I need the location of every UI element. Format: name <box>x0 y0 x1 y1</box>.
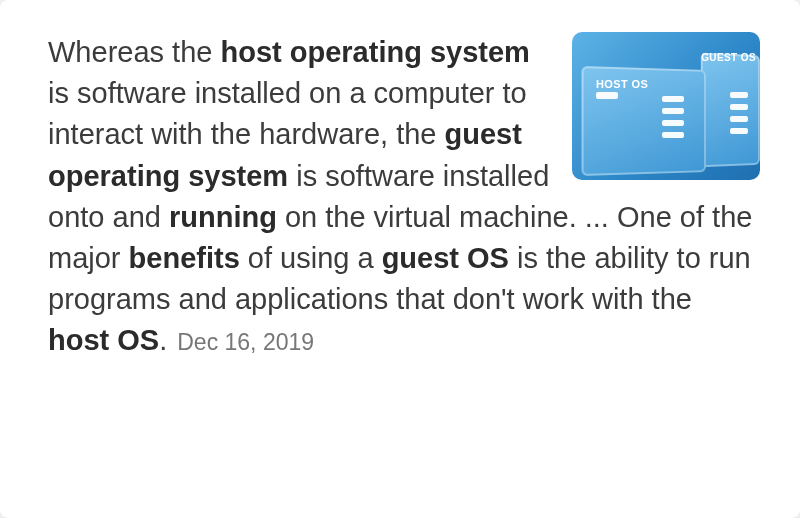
decoration-bar <box>596 92 618 99</box>
decoration-bars-host <box>662 96 684 138</box>
bold-term: host OS <box>48 324 159 356</box>
bold-term: host operating system <box>220 36 529 68</box>
thumbnail-host-label: HOST OS <box>596 78 648 90</box>
snippet-date: Dec 16, 2019 <box>177 329 314 355</box>
text-span: Whereas the <box>48 36 220 68</box>
text-span: of using a <box>240 242 382 274</box>
text-span: . <box>159 324 167 356</box>
snippet-thumbnail[interactable]: HOST OS GUEST OS <box>572 32 760 180</box>
thumbnail-guest-label: GUEST OS <box>701 52 756 63</box>
featured-snippet-card: HOST OS GUEST OS Whereas the host operat… <box>0 0 800 518</box>
decoration-bars-guest <box>730 92 748 134</box>
bold-term: benefits <box>129 242 240 274</box>
bold-term: running <box>169 201 277 233</box>
bold-term: guest OS <box>382 242 509 274</box>
